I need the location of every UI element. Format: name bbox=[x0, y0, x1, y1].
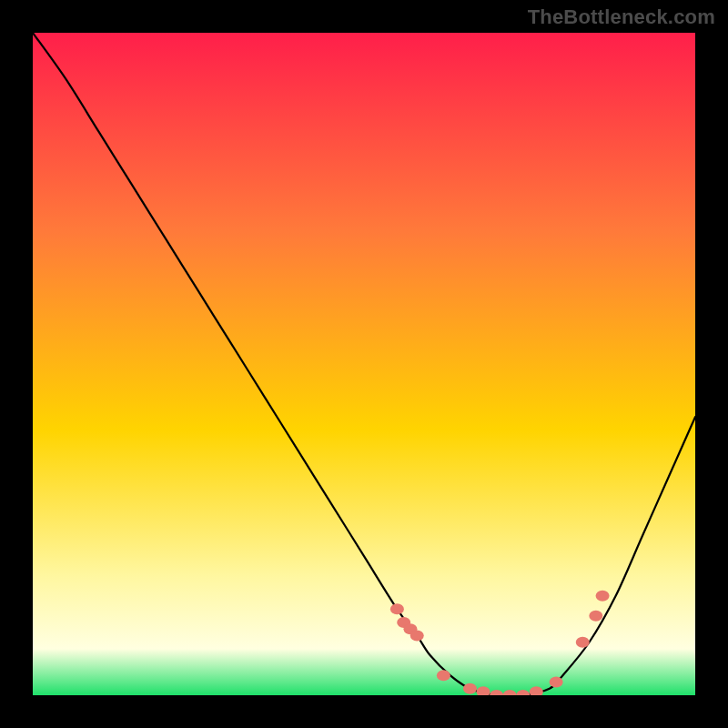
highlight-dot bbox=[410, 630, 424, 641]
chart-stage: TheBottleneck.com bbox=[0, 0, 728, 728]
plot-area bbox=[33, 33, 695, 695]
highlight-dot bbox=[463, 683, 477, 694]
highlight-dot bbox=[390, 603, 404, 614]
highlight-dot bbox=[576, 637, 590, 648]
watermark-label: TheBottleneck.com bbox=[528, 5, 715, 29]
highlight-dot bbox=[437, 670, 450, 681]
highlight-dot bbox=[550, 676, 563, 687]
highlight-dot bbox=[596, 591, 610, 602]
plot-svg bbox=[33, 33, 695, 695]
highlight-dot bbox=[589, 611, 602, 622]
